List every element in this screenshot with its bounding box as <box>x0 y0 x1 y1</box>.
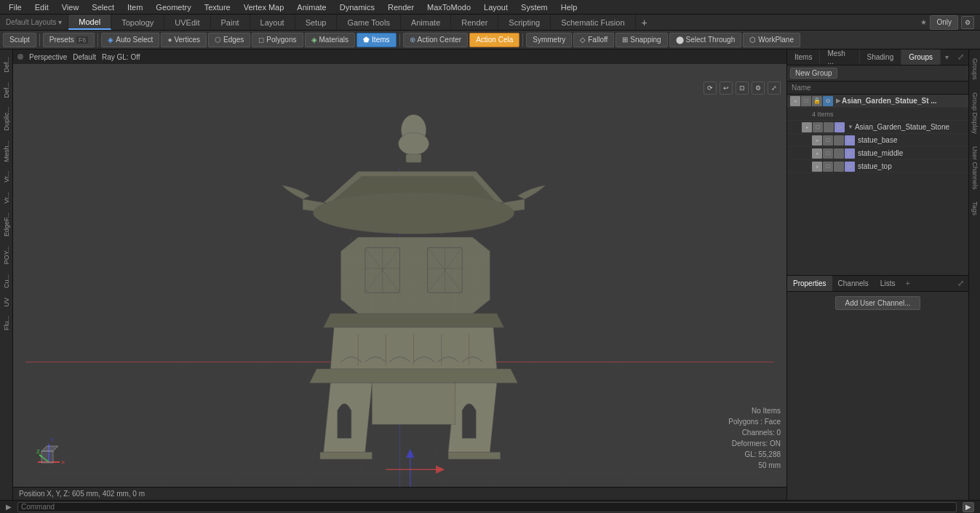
vis-icon-2[interactable]: ● <box>812 148 822 159</box>
tab-scripting[interactable]: Scripting <box>498 15 551 30</box>
tab-model[interactable]: Model <box>68 15 111 30</box>
properties-tab[interactable]: Properties <box>787 276 832 291</box>
render-icon[interactable]: □ <box>801 96 811 106</box>
sidebar-tab-poy[interactable]: POY... <box>1 242 12 269</box>
list-item-statue-middle[interactable]: ● □ ▷ statue_middle <box>787 147 968 160</box>
tab-mesh[interactable]: Mesh ... <box>820 49 859 65</box>
polygons-button[interactable]: ◻ Polygons <box>252 33 303 47</box>
props-expand[interactable]: ⤢ <box>953 277 968 290</box>
vis-icon-0[interactable]: ● <box>802 122 812 132</box>
select-through-button[interactable]: ⬤ Select Through <box>669 33 742 47</box>
model-area[interactable]: ⟳ ↩ ⊡ ⚙ ⤢ No Items Polygons : Face Chann… <box>13 64 786 487</box>
command-input[interactable] <box>17 502 957 512</box>
action-center-button[interactable]: ⊕ Action Center <box>403 33 469 47</box>
undo-ctrl[interactable]: ↩ <box>720 81 733 95</box>
far-right-tab-user-channels[interactable]: User Channels <box>970 140 980 196</box>
vis-icon-1[interactable]: ● <box>812 135 822 146</box>
far-right-tab-groups[interactable]: Groups <box>970 52 980 86</box>
sidebar-tab-mesh[interactable]: Mesh... <box>1 136 12 167</box>
menu-system[interactable]: System <box>515 1 554 13</box>
list-item-statue-stone[interactable]: ● □ ▷ ▼ Asian_Garden_Statue_Stone <box>787 121 968 134</box>
tab-uvedit[interactable]: UVEdit <box>164 15 210 30</box>
props-tab-plus[interactable]: + <box>901 277 914 290</box>
symmetry-button[interactable]: Symmetry <box>526 33 572 47</box>
menu-view[interactable]: View <box>56 1 85 13</box>
sidebar-tab-edgef[interactable]: EdgeF... <box>1 208 12 241</box>
tabs-expand[interactable]: ⤢ <box>953 50 968 64</box>
new-group-button[interactable]: New Group <box>790 68 837 79</box>
auto-select-button[interactable]: ◈ Auto Select <box>101 33 159 47</box>
list-item-statue-base[interactable]: ● □ ▷ statue_base <box>787 134 968 147</box>
tab-render[interactable]: Render <box>451 15 498 30</box>
far-right-tab-group-display[interactable]: Group Display <box>970 87 980 140</box>
menu-file[interactable]: File <box>3 1 28 13</box>
menu-edit[interactable]: Edit <box>29 1 55 13</box>
sidebar-tab-def2[interactable]: Def... <box>1 78 12 103</box>
settings-icon[interactable]: ⚙ <box>961 16 974 29</box>
tab-paint[interactable]: Paint <box>211 15 250 30</box>
tab-setup[interactable]: Setup <box>295 15 338 30</box>
rotate-ctrl[interactable]: ⟳ <box>704 81 717 95</box>
menu-item[interactable]: Item <box>121 1 148 13</box>
menu-layout[interactable]: Layout <box>478 1 514 13</box>
lists-tab[interactable]: Lists <box>875 276 901 291</box>
lock-icon-1[interactable] <box>834 135 844 146</box>
lock-icon-3[interactable] <box>834 162 844 172</box>
tab-items[interactable]: Items <box>787 49 820 65</box>
sidebar-tab-def1[interactable]: Def... <box>1 52 12 77</box>
materials-button[interactable]: ◈ Materials <box>305 33 356 47</box>
lock-icon-0[interactable] <box>824 122 834 132</box>
menu-geometry[interactable]: Geometry <box>150 1 196 13</box>
menu-texture[interactable]: Texture <box>199 1 236 13</box>
tab-topology[interactable]: Topology <box>111 15 164 30</box>
sidebar-tab-flu[interactable]: Flu... <box>1 311 12 335</box>
tab-game-tools[interactable]: Game Tools <box>337 15 401 30</box>
menu-select[interactable]: Select <box>86 1 120 13</box>
sidebar-tab-duplic[interactable]: Duplic... <box>1 103 12 135</box>
sidebar-tab-vr2[interactable]: Vr... <box>1 188 12 208</box>
menu-dynamics[interactable]: Dynamics <box>334 1 381 13</box>
sculpt-button[interactable]: Sculpt <box>3 33 36 47</box>
menu-maxtomodo[interactable]: MaxToModo <box>421 1 477 13</box>
lock-icon[interactable]: 🔒 <box>812 96 822 106</box>
snapping-button[interactable]: ⊞ Snapping <box>616 33 667 47</box>
sidebar-tab-cu[interactable]: Cu... <box>1 270 12 293</box>
layout-selector[interactable]: Default Layouts ▾ <box>0 15 68 30</box>
presets-button[interactable]: Presets F6 <box>43 33 95 47</box>
render-icon-1[interactable]: □ <box>823 135 833 146</box>
render-icon-2[interactable]: □ <box>823 148 833 159</box>
group-main-row[interactable]: ● □ 🔒 G ▶ Asian_Garden_Statue_St ... <box>787 95 968 108</box>
zoom-fit-ctrl[interactable]: ⊡ <box>736 81 749 95</box>
add-channel-button[interactable]: Add User Channel... <box>835 296 920 310</box>
expand-ctrl[interactable]: ⤢ <box>768 81 781 95</box>
command-go-button[interactable]: ▶ <box>963 502 974 512</box>
visibility-icon[interactable]: ● <box>790 96 800 106</box>
tab-animate[interactable]: Animate <box>401 15 451 30</box>
vis-icon-3[interactable]: ● <box>812 162 822 172</box>
tab-add[interactable]: + <box>636 15 653 31</box>
list-item-statue-top[interactable]: ● □ ▷ statue_top <box>787 160 968 173</box>
falloff-button[interactable]: ◇ Falloff <box>573 33 614 47</box>
render-icon-0[interactable]: □ <box>813 122 823 132</box>
tab-layout[interactable]: Layout <box>250 15 295 30</box>
sidebar-tab-vr1[interactable]: Vr... <box>1 167 12 187</box>
tab-groups[interactable]: Groups <box>901 49 941 65</box>
action-cela-button[interactable]: Action Cela <box>469 33 519 47</box>
tab-schematic-fusion[interactable]: Schematic Fusion <box>551 15 635 30</box>
menu-animate[interactable]: Animate <box>291 1 332 13</box>
tab-shading[interactable]: Shading <box>860 49 902 65</box>
workplane-button[interactable]: ⬡ WorkPlane <box>743 33 800 47</box>
menu-vertex-map[interactable]: Vertex Map <box>238 1 290 13</box>
only-btn[interactable]: Only <box>930 15 958 30</box>
settings-ctrl[interactable]: ⚙ <box>752 81 765 95</box>
lock-icon-2[interactable] <box>834 148 844 159</box>
tabs-arrow[interactable]: ▾ <box>941 51 953 63</box>
menu-render[interactable]: Render <box>382 1 420 13</box>
channels-tab[interactable]: Channels <box>832 276 875 291</box>
menu-help[interactable]: Help <box>555 1 583 13</box>
far-right-tab-tags[interactable]: Tags <box>970 196 980 221</box>
sidebar-tab-uv[interactable]: UV <box>1 293 12 311</box>
edges-button[interactable]: ⬡ Edges <box>208 33 250 47</box>
vertices-button[interactable]: ● Vertices <box>161 33 207 47</box>
render-icon-3[interactable]: □ <box>823 162 833 172</box>
